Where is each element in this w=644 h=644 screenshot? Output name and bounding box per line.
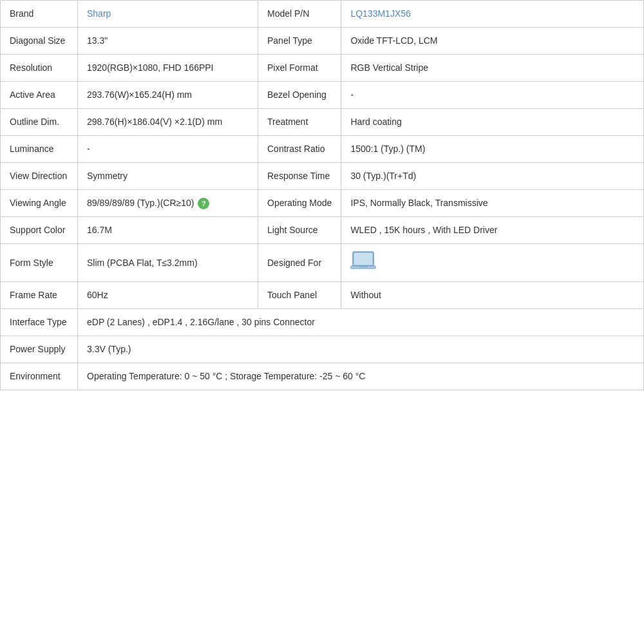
row-value-right: 1500:1 (Typ.) (TM): [341, 136, 644, 163]
table-row: Active Area293.76(W)×165.24(H) mmBezel O…: [1, 82, 644, 109]
row-label-left: Viewing Angle: [1, 190, 78, 217]
row-value-full: Operating Temperature: 0 ~ 50 °C ; Stora…: [78, 363, 644, 390]
row-value-right: Without: [341, 282, 644, 309]
row-label-left: Active Area: [1, 82, 78, 109]
laptop-icon: [350, 263, 376, 273]
row-label-left: Resolution: [1, 55, 78, 82]
table-row: Outline Dim.298.76(H)×186.04(V) ×2.1(D) …: [1, 109, 644, 136]
row-label-left: Brand: [1, 1, 78, 28]
row-value-left: Symmetry: [78, 163, 258, 190]
row-label-right: Panel Type: [258, 28, 341, 55]
svg-rect-1: [354, 253, 372, 265]
row-label-left: Outline Dim.: [1, 109, 78, 136]
table-row: BrandSharpModel P/NLQ133M1JX56: [1, 1, 644, 28]
row-label-right: Light Source: [258, 217, 341, 244]
row-value-right: [341, 244, 644, 282]
table-row: Diagonal Size13.3"Panel TypeOxide TFT-LC…: [1, 28, 644, 55]
row-label-left: Form Style: [1, 244, 78, 282]
row-label-right: Model P/N: [258, 1, 341, 28]
row-label-left: Support Color: [1, 217, 78, 244]
row-value-left: 60Hz: [78, 282, 258, 309]
row-label-right: Touch Panel: [258, 282, 341, 309]
row-label-left: Luminance: [1, 136, 78, 163]
specs-table: BrandSharpModel P/NLQ133M1JX56Diagonal S…: [0, 0, 644, 390]
row-label-full: Power Supply: [1, 336, 78, 363]
help-icon[interactable]: ?: [198, 198, 209, 209]
table-row-full: Interface TypeeDP (2 Lanes) , eDP1.4 , 2…: [1, 309, 644, 336]
row-value-right: Oxide TFT-LCD, LCM: [341, 28, 644, 55]
row-value-left: 1920(RGB)×1080, FHD 166PPI: [78, 55, 258, 82]
row-value-right: WLED , 15K hours , With LED Driver: [341, 217, 644, 244]
row-value-right: IPS, Normally Black, Transmissive: [341, 190, 644, 217]
row-value-right: Hard coating: [341, 109, 644, 136]
table-row: Frame Rate60HzTouch PanelWithout: [1, 282, 644, 309]
table-row: Form StyleSlim (PCBA Flat, T≤3.2mm)Desig…: [1, 244, 644, 282]
row-value-left: 89/89/89/89 (Typ.)(CR≥10)?: [78, 190, 258, 217]
row-label-right: Pixel Format: [258, 55, 341, 82]
row-label-left: Frame Rate: [1, 282, 78, 309]
row-label-left: View Direction: [1, 163, 78, 190]
row-value-left: 16.7M: [78, 217, 258, 244]
table-row: Resolution1920(RGB)×1080, FHD 166PPIPixe…: [1, 55, 644, 82]
row-value-left: 293.76(W)×165.24(H) mm: [78, 82, 258, 109]
table-row: View DirectionSymmetryResponse Time30 (T…: [1, 163, 644, 190]
table-row: Support Color16.7MLight SourceWLED , 15K…: [1, 217, 644, 244]
table-row: Viewing Angle89/89/89/89 (Typ.)(CR≥10)?O…: [1, 190, 644, 217]
row-value-left: 13.3": [78, 28, 258, 55]
row-value-right: RGB Vertical Stripe: [341, 55, 644, 82]
row-value-full: eDP (2 Lanes) , eDP1.4 , 2.16G/lane , 30…: [78, 309, 644, 336]
row-label-right: Bezel Opening: [258, 82, 341, 109]
table-row-full: Power Supply3.3V (Typ.): [1, 336, 644, 363]
row-value-left: -: [78, 136, 258, 163]
row-value-left: Slim (PCBA Flat, T≤3.2mm): [78, 244, 258, 282]
svg-rect-3: [359, 266, 367, 267]
row-value-left: 298.76(H)×186.04(V) ×2.1(D) mm: [78, 109, 258, 136]
row-value-right: 30 (Typ.)(Tr+Td): [341, 163, 644, 190]
table-row: Luminance-Contrast Ratio1500:1 (Typ.) (T…: [1, 136, 644, 163]
row-label-right: Treatment: [258, 109, 341, 136]
row-label-right: Response Time: [258, 163, 341, 190]
row-label-right: Designed For: [258, 244, 341, 282]
row-value-right: -: [341, 82, 644, 109]
row-label-left: Diagonal Size: [1, 28, 78, 55]
row-label-full: Environment: [1, 363, 78, 390]
row-label-right: Contrast Ratio: [258, 136, 341, 163]
table-row-full: EnvironmentOperating Temperature: 0 ~ 50…: [1, 363, 644, 390]
row-value-left[interactable]: Sharp: [78, 1, 258, 28]
row-label-right: Operating Mode: [258, 190, 341, 217]
row-label-full: Interface Type: [1, 309, 78, 336]
row-value-right[interactable]: LQ133M1JX56: [341, 1, 644, 28]
row-value-full: 3.3V (Typ.): [78, 336, 644, 363]
